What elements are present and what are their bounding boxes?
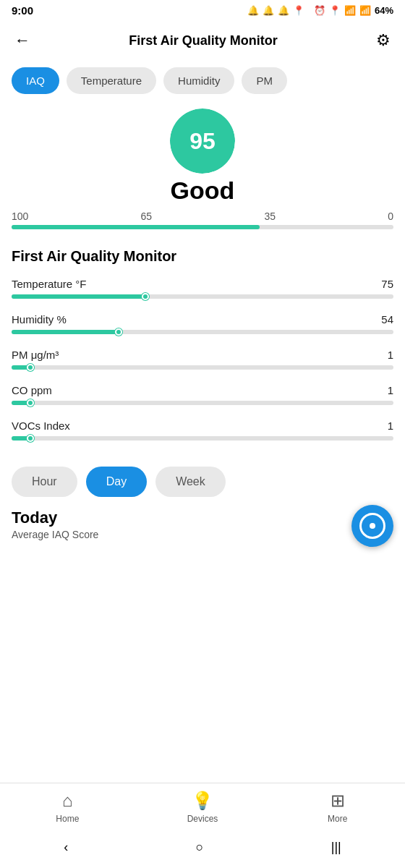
metric-header-temperature: Temperature °F 75 bbox=[12, 278, 393, 290]
metric-header-vocs: VOCs Index 1 bbox=[12, 420, 393, 432]
metric-label-vocs: VOCs Index bbox=[12, 420, 70, 432]
metric-bar-pm bbox=[12, 365, 393, 370]
scale-bar bbox=[12, 225, 393, 229]
page-title: First Air Quality Monitor bbox=[129, 33, 277, 48]
alarm-icon: 🔔 bbox=[247, 5, 259, 16]
metric-header-co: CO ppm 1 bbox=[12, 384, 393, 396]
metric-header-pm: PM μg/m³ 1 bbox=[12, 349, 393, 361]
alexa-fab-button[interactable] bbox=[351, 505, 393, 547]
home-label: Home bbox=[56, 814, 79, 824]
tab-pm[interactable]: PM bbox=[242, 67, 287, 94]
scale-35: 35 bbox=[264, 210, 276, 222]
back-icon: ← bbox=[14, 31, 30, 49]
bottom-navigation: ⌂ Home 💡 Devices ⊞ More ‹ ○ ||| bbox=[0, 783, 405, 868]
sys-back-button[interactable]: ‹ bbox=[42, 835, 90, 859]
system-navigation: ‹ ○ ||| bbox=[0, 828, 405, 868]
status-spacer: ⏰ bbox=[314, 5, 325, 16]
devices-label: Devices bbox=[187, 814, 218, 824]
metric-row-co: CO ppm 1 bbox=[12, 384, 393, 405]
metric-dot-pm bbox=[27, 364, 34, 371]
home-icon: ⌂ bbox=[62, 791, 73, 811]
nav-devices[interactable]: 💡 Devices bbox=[135, 791, 270, 824]
alexa-inner-ring bbox=[359, 513, 385, 539]
status-bar: 9:00 🔔 🔔 🔔 📍 ⏰ 📍 📶 📶 64% bbox=[0, 0, 405, 21]
bottom-nav-items: ⌂ Home 💡 Devices ⊞ More bbox=[0, 783, 405, 828]
score-circle: 95 bbox=[170, 109, 235, 174]
location-icon: 📍 bbox=[293, 5, 304, 16]
metric-value-temperature: 75 bbox=[381, 278, 393, 290]
wifi-icon: 📶 bbox=[344, 5, 356, 16]
scale-section: 100 65 35 0 bbox=[0, 210, 405, 237]
metric-bar-vocs bbox=[12, 436, 393, 441]
today-subtitle: Average IAQ Score bbox=[12, 529, 393, 540]
status-time: 9:00 bbox=[12, 4, 33, 17]
metric-bar-temperature bbox=[12, 294, 393, 299]
metric-dot-temperature bbox=[142, 293, 149, 300]
settings-button[interactable]: ⚙ bbox=[373, 28, 393, 53]
metric-fill-temperature bbox=[12, 294, 145, 299]
location2-icon: 📍 bbox=[329, 5, 341, 16]
metric-bar-co bbox=[12, 401, 393, 405]
metric-fill-humidity bbox=[12, 330, 119, 334]
signal-icon: 📶 bbox=[359, 5, 371, 16]
category-tabs: IAQ Temperature Humidity PM bbox=[0, 60, 405, 101]
metric-label-pm: PM μg/m³ bbox=[12, 349, 59, 361]
tab-iaq[interactable]: IAQ bbox=[12, 67, 59, 94]
more-label: More bbox=[328, 814, 347, 824]
more-icon: ⊞ bbox=[331, 791, 345, 811]
score-label: Good bbox=[171, 176, 235, 205]
score-section: 95 Good bbox=[0, 101, 405, 210]
period-week-button[interactable]: Week bbox=[155, 467, 226, 497]
today-title: Today bbox=[12, 509, 393, 527]
devices-icon: 💡 bbox=[192, 791, 213, 811]
metric-row-temperature: Temperature °F 75 bbox=[12, 278, 393, 299]
score-value: 95 bbox=[189, 128, 216, 155]
metric-value-vocs: 1 bbox=[388, 420, 393, 432]
metric-dot-vocs bbox=[27, 435, 34, 442]
back-button[interactable]: ← bbox=[12, 28, 33, 53]
alexa-dot bbox=[370, 523, 375, 529]
scale-65: 65 bbox=[141, 210, 153, 222]
alarm2-icon: 🔔 bbox=[263, 5, 274, 16]
scale-100: 100 bbox=[12, 210, 28, 222]
today-section: Today Average IAQ Score bbox=[0, 509, 405, 548]
metric-label-temperature: Temperature °F bbox=[12, 278, 87, 290]
metric-row-humidity: Humidity % 54 bbox=[12, 313, 393, 334]
tab-humidity[interactable]: Humidity bbox=[163, 67, 234, 94]
nav-home[interactable]: ⌂ Home bbox=[0, 791, 135, 824]
period-day-button[interactable]: Day bbox=[86, 467, 147, 497]
tab-temperature[interactable]: Temperature bbox=[67, 67, 156, 94]
status-icons: 🔔 🔔 🔔 📍 ⏰ 📍 📶 📶 64% bbox=[247, 5, 393, 16]
period-selector: Hour Day Week bbox=[0, 455, 405, 509]
sys-recent-button[interactable]: ||| bbox=[310, 835, 363, 859]
metric-row-vocs: VOCs Index 1 bbox=[12, 420, 393, 441]
top-nav: ← First Air Quality Monitor ⚙ bbox=[0, 21, 405, 60]
nav-more[interactable]: ⊞ More bbox=[270, 791, 405, 824]
gear-icon: ⚙ bbox=[376, 31, 391, 49]
metric-label-co: CO ppm bbox=[12, 384, 52, 396]
metric-value-pm: 1 bbox=[388, 349, 393, 361]
metric-bar-humidity bbox=[12, 330, 393, 334]
metric-value-co: 1 bbox=[388, 384, 393, 396]
metric-dot-co bbox=[27, 399, 34, 407]
scale-bar-fill bbox=[12, 225, 260, 229]
period-hour-button[interactable]: Hour bbox=[12, 467, 77, 497]
battery-label: 64% bbox=[375, 5, 393, 16]
device-title: First Air Quality Monitor bbox=[12, 248, 393, 265]
metric-header-humidity: Humidity % 54 bbox=[12, 313, 393, 326]
alarm3-icon: 🔔 bbox=[278, 5, 289, 16]
scale-numbers: 100 65 35 0 bbox=[12, 210, 393, 222]
metric-row-pm: PM μg/m³ 1 bbox=[12, 349, 393, 370]
scale-0: 0 bbox=[388, 210, 393, 222]
metric-label-humidity: Humidity % bbox=[12, 313, 67, 326]
sys-home-button[interactable]: ○ bbox=[174, 835, 226, 859]
metric-dot-humidity bbox=[115, 328, 122, 336]
metric-value-humidity: 54 bbox=[381, 313, 393, 326]
device-section: First Air Quality Monitor Temperature °F… bbox=[0, 237, 405, 441]
